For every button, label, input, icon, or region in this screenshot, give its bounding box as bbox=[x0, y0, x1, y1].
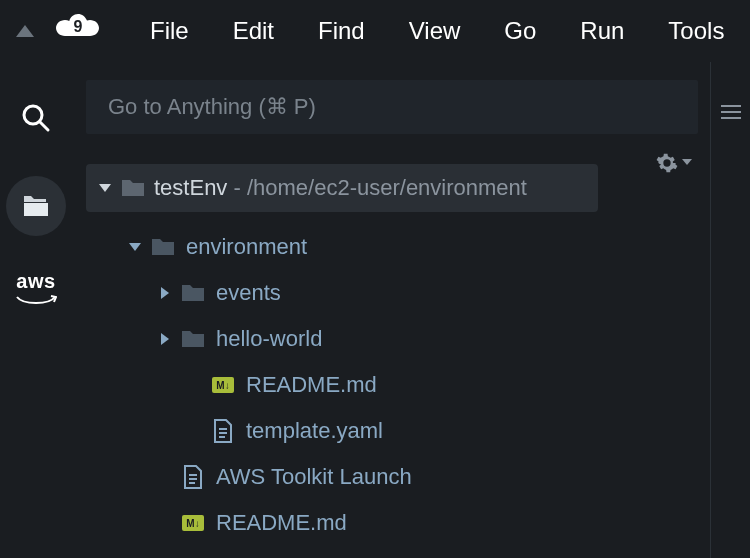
menu-run[interactable]: Run bbox=[558, 0, 646, 62]
gear-icon bbox=[656, 152, 678, 174]
chevron-right-icon bbox=[156, 333, 174, 345]
goto-placeholder: Go to Anything (⌘ P) bbox=[108, 94, 316, 120]
tree-folder-environment[interactable]: environment bbox=[86, 224, 698, 270]
tree-folder-events[interactable]: events bbox=[86, 270, 698, 316]
folder-tree-icon bbox=[22, 194, 50, 218]
menu-window[interactable]: Windo bbox=[746, 0, 750, 62]
svg-text:M↓: M↓ bbox=[186, 518, 199, 529]
menu-file[interactable]: File bbox=[128, 0, 211, 62]
svg-line-2 bbox=[40, 122, 48, 130]
tree-label: README.md bbox=[216, 510, 347, 536]
tree-label: events bbox=[216, 280, 281, 306]
right-panel bbox=[710, 62, 750, 558]
tree-label: template.yaml bbox=[246, 418, 383, 444]
file-icon bbox=[180, 464, 206, 490]
search-icon bbox=[21, 103, 51, 133]
folder-icon bbox=[180, 280, 206, 306]
menu-go[interactable]: Go bbox=[482, 0, 558, 62]
aws-smile-icon bbox=[15, 291, 57, 314]
menubar: 9 File Edit Find View Go Run Tools Windo bbox=[0, 0, 750, 62]
menu-find[interactable]: Find bbox=[296, 0, 387, 62]
svg-text:9: 9 bbox=[74, 18, 83, 35]
menu-view[interactable]: View bbox=[387, 0, 483, 62]
folder-icon bbox=[180, 326, 206, 352]
panel-settings-button[interactable] bbox=[656, 152, 692, 174]
folder-icon bbox=[150, 234, 176, 260]
chevron-down-icon bbox=[126, 243, 144, 251]
tree-label: AWS Toolkit Launch bbox=[216, 464, 412, 490]
tree-file-readme-root[interactable]: M↓ README.md bbox=[86, 500, 698, 546]
menu-edit[interactable]: Edit bbox=[211, 0, 296, 62]
hamburger-icon bbox=[721, 104, 741, 120]
markdown-icon: M↓ bbox=[210, 372, 236, 398]
tree-label: hello-world bbox=[216, 326, 322, 352]
panel-menu-button[interactable] bbox=[721, 104, 741, 124]
cloud9-logo-icon[interactable]: 9 bbox=[56, 14, 100, 48]
svg-text:M↓: M↓ bbox=[216, 380, 229, 391]
goto-anything-input[interactable]: Go to Anything (⌘ P) bbox=[86, 80, 698, 134]
file-icon bbox=[210, 418, 236, 444]
chevron-right-icon bbox=[156, 287, 174, 299]
tree-root[interactable]: testEnv - /home/ec2-user/environment bbox=[86, 164, 598, 212]
tree-file-aws-toolkit-launch[interactable]: AWS Toolkit Launch bbox=[86, 454, 698, 500]
environment-panel: Go to Anything (⌘ P) testEnv - /home/ec2… bbox=[72, 62, 710, 558]
search-rail-button[interactable] bbox=[12, 94, 60, 142]
collapse-up-icon[interactable] bbox=[16, 25, 34, 37]
tree-root-label: testEnv - /home/ec2-user/environment bbox=[154, 175, 527, 201]
environment-rail-button[interactable] bbox=[6, 176, 66, 236]
markdown-icon: M↓ bbox=[180, 510, 206, 536]
chevron-down-icon bbox=[682, 159, 692, 167]
left-rail: aws bbox=[0, 62, 72, 558]
tree-file-template-yaml[interactable]: template.yaml bbox=[86, 408, 698, 454]
folder-icon bbox=[120, 175, 146, 201]
tree-file-readme-nested[interactable]: M↓ README.md bbox=[86, 362, 698, 408]
chevron-down-icon bbox=[96, 184, 114, 192]
tree-label: README.md bbox=[246, 372, 377, 398]
aws-rail-button[interactable]: aws bbox=[15, 270, 57, 314]
tree-folder-hello-world[interactable]: hello-world bbox=[86, 316, 698, 362]
menu-tools[interactable]: Tools bbox=[646, 0, 746, 62]
tree-label: environment bbox=[186, 234, 307, 260]
aws-label: aws bbox=[16, 270, 55, 292]
